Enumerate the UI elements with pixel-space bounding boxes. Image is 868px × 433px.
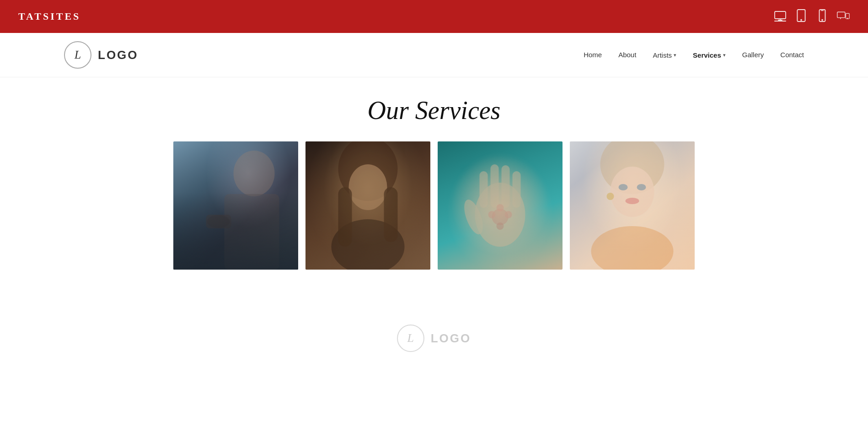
service-card-3[interactable]: [438, 141, 563, 270]
top-bar: TATSITES: [0, 0, 868, 33]
svg-point-8: [822, 20, 823, 21]
logo-letter: L: [75, 48, 81, 62]
desktop-icon[interactable]: [774, 9, 787, 24]
svg-point-29: [461, 197, 487, 237]
svg-point-36: [611, 167, 654, 217]
footer-logo-area: L LOGO: [0, 315, 868, 361]
svg-rect-27: [502, 165, 510, 208]
footer-logo-letter: L: [407, 331, 413, 345]
nav-link-home[interactable]: Home: [584, 51, 602, 59]
services-dropdown-chevron: ▾: [723, 52, 726, 58]
svg-point-6: [801, 20, 802, 21]
svg-point-38: [637, 184, 646, 190]
svg-point-14: [847, 18, 848, 19]
svg-point-30: [492, 209, 509, 225]
svg-point-31: [497, 204, 504, 211]
tablet-icon[interactable]: [795, 9, 808, 24]
footer-logo-text: LOGO: [431, 331, 472, 346]
artists-dropdown-chevron: ▾: [674, 52, 676, 58]
svg-point-34: [497, 222, 504, 230]
service-card-1[interactable]: [173, 141, 298, 270]
svg-point-24: [475, 183, 525, 247]
nav-link-gallery[interactable]: Gallery: [742, 51, 764, 59]
svg-point-40: [591, 226, 674, 270]
main-content: Our Services: [137, 77, 731, 315]
nav-links: Home About Artists ▾ Services ▾ Gallery …: [584, 51, 804, 59]
brand-name: TATSITES: [18, 11, 80, 22]
nav-bar: L LOGO Home About Artists ▾ Services ▾ G…: [0, 33, 868, 77]
nav-item-home[interactable]: Home: [584, 51, 602, 59]
nav-item-gallery[interactable]: Gallery: [742, 51, 764, 59]
nav-item-artists[interactable]: Artists ▾: [653, 51, 676, 59]
svg-rect-23: [384, 187, 398, 242]
svg-point-39: [626, 198, 639, 204]
svg-rect-0: [775, 11, 786, 19]
svg-point-18: [207, 215, 230, 228]
nav-item-about[interactable]: About: [618, 51, 636, 59]
nav-item-contact[interactable]: Contact: [780, 51, 804, 59]
svg-rect-28: [513, 171, 521, 208]
nav-link-contact[interactable]: Contact: [780, 51, 804, 59]
device-preview-icons: [774, 9, 850, 24]
page-title: Our Services: [173, 96, 695, 125]
nav-link-artists[interactable]: Artists: [653, 51, 672, 59]
svg-point-41: [607, 193, 614, 200]
logo-text: LOGO: [98, 48, 139, 62]
svg-rect-22: [338, 187, 352, 247]
svg-rect-25: [480, 171, 488, 208]
svg-rect-10: [837, 12, 845, 17]
service-card-2[interactable]: [305, 141, 430, 270]
svg-rect-26: [491, 164, 499, 208]
nav-link-services[interactable]: Services: [693, 51, 721, 59]
logo-area: L LOGO: [64, 41, 139, 69]
logo-circle: L: [64, 41, 91, 69]
responsive-icon[interactable]: [837, 9, 850, 24]
nav-item-services[interactable]: Services ▾: [693, 51, 726, 59]
svg-point-37: [619, 184, 628, 190]
svg-rect-16: [225, 194, 279, 270]
mobile-icon[interactable]: [816, 9, 829, 24]
footer-logo-circle: L: [397, 325, 424, 352]
svg-point-32: [505, 211, 512, 218]
service-card-4[interactable]: [570, 141, 695, 270]
services-grid: [173, 141, 695, 270]
svg-point-15: [234, 151, 275, 196]
svg-rect-17: [206, 215, 231, 228]
svg-point-20: [349, 164, 387, 210]
nav-link-about[interactable]: About: [618, 51, 636, 59]
svg-point-33: [488, 211, 496, 218]
